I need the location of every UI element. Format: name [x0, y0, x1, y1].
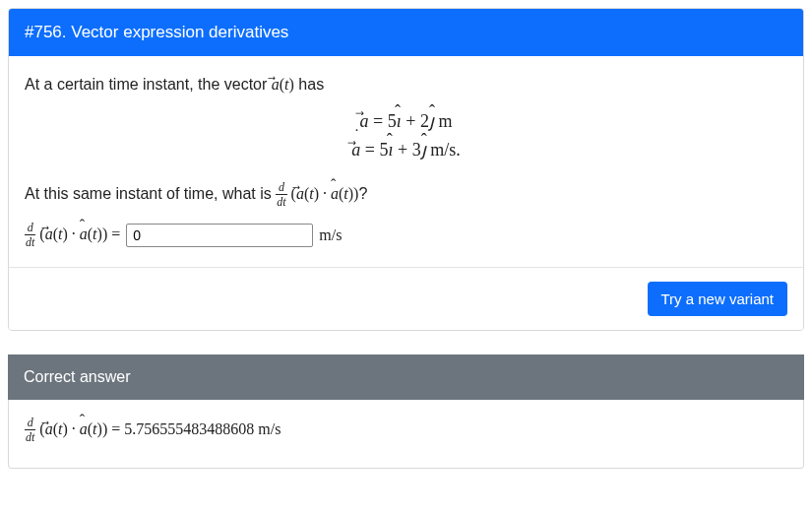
derivative-expression: ddt (a(t) · a(t)) [276, 185, 358, 202]
correct-answer-value: 5.756555483488608 [124, 420, 254, 437]
equation-block: a = 5ı + 2ȷ m a = 5ı + 3ȷ m/s. [25, 107, 787, 164]
correct-answer-card: Correct answer ddt (a(t) · a(t)) = 5.756… [8, 354, 804, 469]
correct-answer-unit: m/s [258, 420, 281, 437]
vector-a-symbol: a [272, 76, 280, 94]
question-suffix: ? [358, 185, 367, 202]
answer-lhs: ddt (a(t) · a(t)) = [25, 223, 120, 249]
equation-a: a = 5ı + 2ȷ m [25, 107, 787, 136]
question-body: At a certain time instant, the vector a(… [9, 56, 803, 267]
correct-answer-expression: ddt (a(t) · a(t)) = 5.756555483488608 m/… [25, 420, 281, 437]
equation-a-dot: a = 5ı + 3ȷ m/s. [25, 136, 787, 164]
question-title: #756. Vector expression derivatives [9, 9, 803, 56]
question-footer: Try a new variant [9, 267, 803, 330]
answer-unit: m/s [319, 226, 342, 244]
intro-line: At a certain time instant, the vector a(… [25, 76, 787, 94]
correct-answer-header: Correct answer [8, 354, 804, 400]
answer-input[interactable] [126, 224, 313, 247]
question-prefix: At this same instant of time, what is [25, 185, 276, 202]
answer-row: ddt (a(t) · a(t)) = m/s [25, 223, 787, 249]
question-line: At this same instant of time, what is dd… [25, 182, 787, 209]
intro-prefix: At a certain time instant, the vector [25, 76, 272, 93]
question-card: #756. Vector expression derivatives At a… [8, 8, 804, 331]
correct-answer-body: ddt (a(t) · a(t)) = 5.756555483488608 m/… [8, 400, 804, 469]
intro-suffix: has [294, 76, 324, 93]
try-new-variant-button[interactable]: Try a new variant [648, 282, 788, 316]
